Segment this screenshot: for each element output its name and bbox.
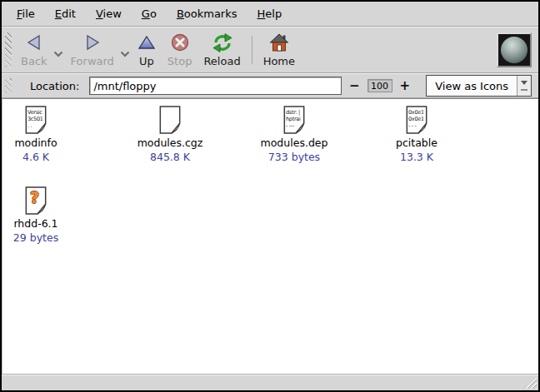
file-preview-text: Versic 3c501 . . — [28, 109, 42, 129]
menu-help[interactable]: Help — [248, 2, 292, 25]
back-icon — [25, 32, 43, 53]
reload-label: Reload — [203, 55, 240, 67]
toolbar-separator — [252, 36, 252, 64]
zoom-in-button[interactable]: + — [398, 80, 413, 92]
zoom-level-indicator: 100 — [368, 79, 392, 92]
text-file-icon: dstr: | hptrai - --- — [282, 106, 306, 134]
location-bar-drag-handle[interactable] — [5, 78, 12, 93]
file-size: 845.8 K — [150, 151, 190, 163]
back-label: Back — [21, 55, 48, 67]
menu-go-label: o — [150, 7, 157, 20]
menu-bookmarks-label: ookmarks — [184, 7, 238, 20]
file-size: 13.3 K — [400, 151, 433, 163]
text-file-icon: 0x0e1 0x0e1 - - - — [405, 106, 428, 134]
file-preview-text: dstr: | hptrai - --- — [286, 109, 301, 129]
throbber-area — [497, 29, 533, 71]
menu-help-label: elp — [265, 7, 282, 20]
file-size: 29 bytes — [13, 231, 58, 244]
menu-edit-label: dit — [62, 7, 76, 20]
back-button[interactable]: Back — [15, 29, 53, 71]
menu-go[interactable]: Go — [132, 2, 167, 25]
reload-icon — [212, 32, 232, 53]
text-file-icon: Versic 3c501 . . — [24, 106, 48, 134]
question-mark-glyph: ? — [24, 188, 45, 206]
home-button[interactable]: Home — [258, 29, 301, 71]
unknown-file-icon: ? — [24, 186, 48, 215]
file-size: 733 bytes — [268, 151, 320, 163]
file-item-modinfo[interactable]: Versic 3c501 . . modinfo 4.6 K — [4, 106, 68, 163]
location-bar: Location: − 100 + View as Icons — [2, 73, 538, 98]
stop-button[interactable]: Stop — [162, 29, 198, 71]
up-button[interactable]: Up — [132, 29, 162, 71]
forward-button[interactable]: Forward — [65, 29, 120, 71]
back-history-dropdown[interactable] — [53, 51, 63, 57]
menu-help-accel: H — [258, 7, 266, 20]
file-icon-view[interactable]: Versic 3c501 . . modinfo 4.6 K modules.c… — [2, 98, 538, 374]
menu-view-accel: V — [96, 7, 103, 20]
menu-file-label: ile — [22, 7, 35, 20]
file-item-modules-dep[interactable]: dstr: | hptrai - --- modules.dep 733 byt… — [248, 106, 340, 163]
stop-label: Stop — [168, 55, 192, 67]
view-mode-dropdown[interactable]: View as Icons — [426, 75, 532, 97]
menu-go-accel: G — [142, 7, 150, 20]
view-mode-label: View as Icons — [427, 76, 517, 96]
location-input[interactable] — [89, 77, 342, 95]
file-name: modinfo — [14, 136, 57, 149]
toolbar: Back Forward Up — [2, 27, 538, 73]
up-icon — [138, 32, 156, 53]
menu-view[interactable]: View — [86, 2, 132, 25]
menu-edit-accel: E — [55, 7, 62, 20]
menu-bar: File Edit View Go Bookmarks Help — [2, 2, 538, 27]
status-bar — [2, 374, 538, 390]
location-label: Location: — [30, 80, 79, 92]
file-name: pcitable — [396, 136, 438, 149]
throbber-sphere-icon — [501, 37, 528, 63]
zoom-out-button[interactable]: − — [347, 80, 362, 92]
document-icon — [158, 106, 182, 134]
throbber — [497, 32, 532, 67]
forward-icon — [83, 32, 102, 53]
menu-bookmarks-accel: B — [177, 7, 184, 20]
file-item-rhdd[interactable]: ? rhdd-6.1 29 bytes — [4, 186, 68, 244]
menu-file[interactable]: File — [7, 2, 45, 25]
forward-history-dropdown[interactable] — [120, 51, 130, 57]
resize-grip[interactable] — [523, 377, 537, 389]
file-name: modules.cgz — [138, 136, 203, 149]
up-label: Up — [139, 55, 154, 67]
menu-edit[interactable]: Edit — [45, 2, 86, 25]
file-item-pcitable[interactable]: 0x0e1 0x0e1 - - - pcitable 13.3 K — [375, 106, 458, 163]
file-size: 4.6 K — [22, 151, 49, 163]
file-name: rhdd-6.1 — [13, 217, 58, 230]
file-item-modules-cgz[interactable]: modules.cgz 845.8 K — [124, 106, 216, 163]
toolbar-drag-handle[interactable] — [5, 32, 12, 67]
file-name: modules.dep — [261, 136, 328, 149]
forward-label: Forward — [71, 55, 114, 67]
home-label: Home — [263, 55, 295, 67]
file-manager-window: File Edit View Go Bookmarks Help Back Fo… — [0, 0, 540, 392]
view-mode-arrow-icon — [517, 76, 531, 96]
file-preview-text: 0x0e1 0x0e1 - - - — [408, 109, 423, 129]
home-icon — [269, 32, 289, 53]
reload-button[interactable]: Reload — [198, 29, 246, 71]
menu-view-label: iew — [103, 7, 122, 20]
menu-bookmarks[interactable]: Bookmarks — [167, 2, 248, 25]
stop-icon — [171, 32, 189, 53]
